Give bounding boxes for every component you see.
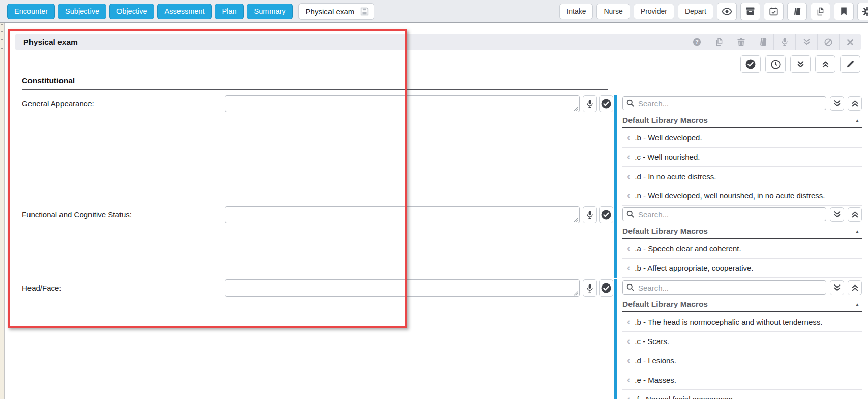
macro-group-header[interactable]: Default Library Macros▲ xyxy=(622,298,862,312)
macro-search-input[interactable] xyxy=(622,207,826,221)
macro-search xyxy=(622,280,826,295)
copy-icon xyxy=(816,7,825,16)
collapse-all-button[interactable] xyxy=(848,280,862,295)
role-button-nurse[interactable]: Nurse xyxy=(596,4,630,19)
macro-text: .e - Masses. xyxy=(635,376,676,384)
physical-exam-tab[interactable]: Physical exam xyxy=(298,3,375,20)
pencil-button[interactable] xyxy=(840,55,860,73)
save-icon xyxy=(360,7,369,16)
calendar-check-button[interactable] xyxy=(764,3,784,20)
macro-search-input[interactable] xyxy=(622,96,826,110)
insert-macro-icon: ‹ xyxy=(627,263,630,272)
save-button[interactable] xyxy=(360,7,369,16)
macro-item[interactable]: ‹.b - Affect appropriate, cooperative. xyxy=(622,259,862,278)
expand-all-button[interactable] xyxy=(830,96,844,111)
chevrons-down-icon xyxy=(803,38,811,46)
nav-button-plan[interactable]: Plan xyxy=(215,4,244,19)
field-label: General Appearance: xyxy=(22,95,94,112)
check-circle-icon xyxy=(601,283,611,293)
macro-group-header[interactable]: Default Library Macros▲ xyxy=(622,225,862,239)
macro-item[interactable]: ‹.f - Normal facial appearance. xyxy=(622,390,862,399)
field-textarea[interactable] xyxy=(225,95,580,112)
macro-text: .d - In no acute distress. xyxy=(635,172,716,181)
help-icon: ? xyxy=(693,38,701,46)
macro-text: .n - Well developed, well nourished, in … xyxy=(635,191,825,200)
macro-item-list: ‹.a - Speech clear and coherent.‹.b - Af… xyxy=(622,239,862,278)
role-button-depart[interactable]: Depart xyxy=(678,4,713,19)
collapse-triangle-icon: ▲ xyxy=(855,302,860,307)
nav-button-objective[interactable]: Objective xyxy=(109,4,154,19)
close-button[interactable] xyxy=(839,34,861,50)
insert-macro-icon: ‹ xyxy=(627,132,630,142)
ban-button[interactable] xyxy=(817,34,839,50)
confirm-button[interactable] xyxy=(599,279,613,297)
macro-item[interactable]: ‹.d - In no acute distress. xyxy=(622,167,862,186)
macro-text: .b - Well developed. xyxy=(635,133,702,142)
microphone-icon xyxy=(587,284,593,293)
expand-all-button[interactable] xyxy=(830,207,844,222)
chevrons-down-button[interactable] xyxy=(790,55,811,73)
nav-button-assessment[interactable]: Assessment xyxy=(157,4,212,19)
insert-macro-icon: ‹ xyxy=(627,394,630,399)
panel-header-icons: ? xyxy=(686,34,861,50)
macro-group-header[interactable]: Default Library Macros▲ xyxy=(622,114,862,128)
confirm-button[interactable] xyxy=(599,206,613,223)
nav-button-subjective[interactable]: Subjective xyxy=(58,4,106,19)
check-circle-button[interactable] xyxy=(740,55,761,73)
chevrons-up-button[interactable] xyxy=(815,55,835,73)
macro-item[interactable]: ‹.b - The head is normocephalic and with… xyxy=(622,312,862,332)
archive-button[interactable] xyxy=(740,3,760,20)
panel-title: Physical exam xyxy=(15,38,78,47)
microphone-icon xyxy=(782,38,788,46)
eye-button[interactable] xyxy=(717,3,737,20)
macro-text: .b - Affect appropriate, cooperative. xyxy=(635,264,753,272)
help-button[interactable]: ? xyxy=(686,34,708,50)
dictate-button[interactable] xyxy=(583,95,597,112)
macro-search-input[interactable] xyxy=(622,280,826,295)
copy-icon xyxy=(715,38,724,46)
bookmark-button[interactable] xyxy=(834,3,854,20)
copy-button[interactable] xyxy=(708,34,730,50)
collapse-all-button[interactable] xyxy=(848,207,862,222)
gear-button[interactable] xyxy=(857,3,868,20)
book-button[interactable] xyxy=(752,34,773,50)
clock-button[interactable] xyxy=(765,55,786,73)
insert-macro-icon: ‹ xyxy=(627,152,630,161)
microphone-button[interactable] xyxy=(773,34,795,50)
copy-button[interactable] xyxy=(811,3,830,20)
macro-item[interactable]: ‹.b - Well developed. xyxy=(622,128,862,148)
role-button-provider[interactable]: Provider xyxy=(634,4,674,19)
eye-icon xyxy=(722,8,732,15)
collapse-all-button[interactable] xyxy=(848,96,862,111)
insert-macro-icon: ‹ xyxy=(627,355,630,365)
trash-button[interactable] xyxy=(730,34,752,50)
field-textarea[interactable] xyxy=(225,206,580,223)
role-button-intake[interactable]: Intake xyxy=(559,4,593,19)
macro-item[interactable]: ‹.c - Well nourished. xyxy=(622,148,862,167)
dictate-button[interactable] xyxy=(583,279,597,297)
svg-text:?: ? xyxy=(695,39,698,45)
insert-macro-icon: ‹ xyxy=(627,190,630,200)
chevrons-down-button[interactable] xyxy=(795,34,817,50)
dictate-button[interactable] xyxy=(583,206,597,223)
nav-button-encounter[interactable]: Encounter xyxy=(7,4,55,19)
book-button[interactable] xyxy=(787,3,807,20)
macro-item[interactable]: ‹.c - Scars. xyxy=(622,332,862,351)
macro-item[interactable]: ‹.n - Well developed, well nourished, in… xyxy=(622,186,862,206)
trash-icon xyxy=(737,38,745,46)
chevrons-down-icon xyxy=(833,284,841,292)
macro-item[interactable]: ‹.d - Lesions. xyxy=(622,351,862,370)
macro-item[interactable]: ‹.a - Speech clear and coherent. xyxy=(622,239,862,259)
field-textarea[interactable] xyxy=(225,279,580,297)
top-toolbar: EncounterSubjectiveObjectiveAssessmentPl… xyxy=(0,0,868,23)
check-circle-icon xyxy=(601,210,611,220)
insert-macro-icon: ‹ xyxy=(627,171,630,181)
expand-all-button[interactable] xyxy=(830,280,844,295)
archive-icon xyxy=(746,7,755,15)
confirm-button[interactable] xyxy=(599,95,613,112)
chart-nav-group: EncounterSubjectiveObjectiveAssessmentPl… xyxy=(7,4,296,19)
macro-item[interactable]: ‹.e - Masses. xyxy=(622,370,862,390)
panel-header: Physical exam ? xyxy=(15,34,861,50)
nav-button-summary[interactable]: Summary xyxy=(247,4,292,19)
macro-panel: Default Library Macros▲‹.b - The head is… xyxy=(614,279,868,399)
